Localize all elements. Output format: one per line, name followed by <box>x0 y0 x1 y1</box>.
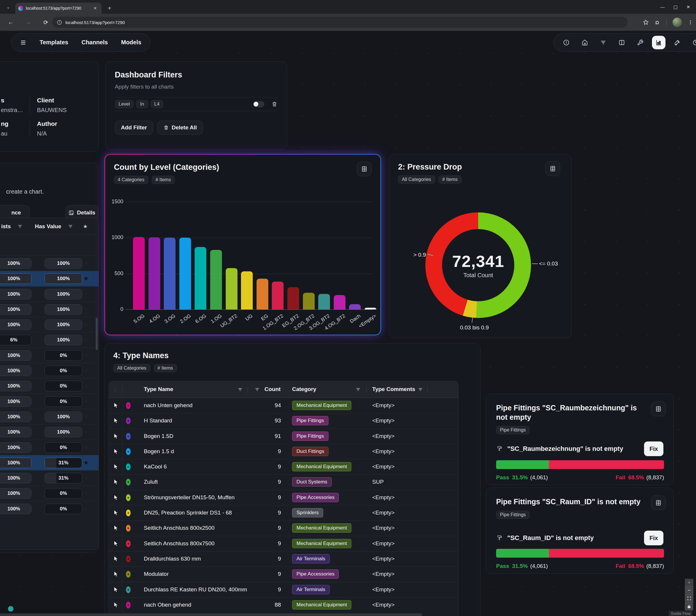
type-row[interactable]: + Seitlich Anschluss 800x7500 9 Mechanic… <box>109 536 458 551</box>
favorite-star-icon[interactable]: ★ <box>83 290 89 297</box>
type-row[interactable]: + Zuluft 9 Duct Systems SUP <box>109 474 458 490</box>
type-row[interactable]: + Modulator 9 Pipe Accessories <Empty> <box>109 566 458 582</box>
favorite-star-icon[interactable]: ★ <box>83 505 89 512</box>
favorite-star-icon[interactable]: ★ <box>83 382 89 389</box>
bar-1.OG_BT2[interactable] <box>272 281 284 309</box>
property-row[interactable]: 100% 100% ★ <box>0 317 99 332</box>
show-table-button[interactable] <box>651 496 666 510</box>
filter-type-name-icon[interactable] <box>237 387 243 392</box>
favorite-star-icon[interactable]: ★ <box>83 413 89 420</box>
property-row[interactable]: 100% 0% ★ <box>0 501 99 516</box>
window-close-button[interactable]: ✕ <box>686 4 690 10</box>
bar-UG[interactable] <box>241 271 253 309</box>
filter-comments-icon[interactable] <box>418 387 423 392</box>
type-row[interactable]: + DN25, Preaction Sprinkler DS1 - 68 9 S… <box>109 505 458 520</box>
show-table-button[interactable] <box>545 161 560 176</box>
property-row[interactable]: 100% 100% ★ <box>0 409 99 424</box>
property-row[interactable]: 100% 100% ★ <box>0 256 99 271</box>
property-row[interactable]: 100% 100% ★ <box>0 271 99 286</box>
dark-mode-button[interactable] <box>689 36 696 49</box>
profile-avatar[interactable] <box>673 18 682 27</box>
property-row[interactable]: 100% 0% ★ <box>0 440 99 455</box>
filter-exists-icon[interactable] <box>17 224 22 229</box>
bar-2.OG_BT2[interactable] <box>303 293 315 309</box>
split-view-button[interactable] <box>615 36 629 49</box>
wrench-button[interactable] <box>633 36 647 49</box>
bar-Dach[interactable] <box>349 304 361 309</box>
filter-chip-operator[interactable]: In <box>136 100 148 108</box>
bar-4.OG[interactable] <box>148 237 160 309</box>
bar-4.OG_BT2[interactable] <box>334 295 346 309</box>
browser-tab[interactable]: localhost:5173/app?port=7290 ✕ <box>15 3 101 14</box>
filter-chip-value[interactable]: L4 <box>151 100 163 108</box>
broom-button[interactable] <box>670 36 684 49</box>
bar-2.OG[interactable] <box>179 238 191 309</box>
type-row[interactable]: + Seitlich Anschluss 800x2500 9 Mechanic… <box>109 520 458 536</box>
bookmark-star-icon[interactable] <box>643 19 649 25</box>
fix-button[interactable]: Fix <box>644 441 663 456</box>
items-chip[interactable]: # Items <box>154 364 177 372</box>
property-row[interactable]: 100% 0% ★ <box>0 378 99 393</box>
delete-filter-trash-icon[interactable] <box>271 101 278 107</box>
tab-close-icon[interactable]: ✕ <box>92 5 99 11</box>
favorite-star-icon[interactable]: ★ <box>83 352 89 359</box>
bar-EG_BT2[interactable] <box>287 287 299 309</box>
filter-button[interactable] <box>597 36 610 49</box>
type-row[interactable]: + nach Oben gehend 88 Mechanical Equipme… <box>109 597 458 613</box>
bar-3.OG_BT2[interactable] <box>318 294 330 309</box>
url-bar[interactable]: localhost:5173/app?port=7290 <box>52 17 628 28</box>
table-scrollbar-thumb[interactable] <box>96 318 98 350</box>
type-row[interactable]: + Bogen 1.5 d 9 Duct Fittings <Empty> <box>109 444 458 459</box>
categories-chip[interactable]: All Categories <box>113 364 150 372</box>
hamburger-menu-icon[interactable] <box>20 39 27 46</box>
tab-search-chevron-icon[interactable]: ⌄ <box>4 3 12 11</box>
items-chip[interactable]: # Items <box>439 175 461 184</box>
menu-item-channels[interactable]: Channels <box>81 39 108 46</box>
filter-has-value-icon[interactable] <box>68 224 73 229</box>
filter-count-icon[interactable] <box>254 387 260 392</box>
extensions-icon[interactable] <box>654 19 661 25</box>
window-minimize-button[interactable]: — <box>660 4 665 10</box>
type-row[interactable]: + KaCool 6 9 Mechanical Equipment <Empty… <box>109 459 458 474</box>
fix-button[interactable]: Fix <box>644 531 663 545</box>
fit-view-button[interactable] <box>685 595 693 602</box>
favorite-star-icon[interactable]: ★ <box>83 275 89 282</box>
property-row[interactable]: 100% 0% ★ <box>0 363 99 378</box>
reload-button[interactable]: ⟳ <box>42 18 50 27</box>
property-row[interactable]: 100% 0% ★ <box>0 347 99 363</box>
favorite-star-icon[interactable]: ★ <box>83 490 89 497</box>
favorite-star-icon[interactable]: ★ <box>83 398 89 405</box>
new-tab-button[interactable]: + <box>105 4 114 13</box>
favorite-star-icon[interactable]: ★ <box>83 306 89 313</box>
bar-chart-card[interactable]: Count by Level (Categories) 4 Categories… <box>105 154 381 335</box>
type-row[interactable]: + Strömungsverteiler DN15-50, Muffen 9 P… <box>109 490 458 505</box>
donut-chart-card[interactable]: 2: Pressure Drop All Categories # Items … <box>389 154 571 338</box>
favorite-star-icon[interactable]: ★ <box>83 428 89 435</box>
bar-UG_BT2[interactable] <box>226 268 237 309</box>
type-names-card[interactable]: 4: Type Names All Categories # Items Typ… <box>104 343 480 616</box>
favorite-star-icon[interactable]: ★ <box>83 321 89 328</box>
bar-1.OG[interactable] <box>210 250 222 309</box>
svelte-flow-attribution[interactable]: Svelte Flow <box>669 611 693 616</box>
category-chip[interactable]: Pipe Fittings <box>496 426 529 434</box>
site-info-icon[interactable] <box>57 20 62 25</box>
property-row[interactable]: 100% 31% ★ <box>0 455 99 470</box>
check-card-raumbezeichnung[interactable]: Pipe Fittings "SC_Raumbezeichnung" is no… <box>486 394 674 485</box>
bar-<Empty>[interactable] <box>365 308 376 309</box>
forward-button[interactable]: → <box>24 18 32 27</box>
delete-all-button[interactable]: Delete All <box>157 120 203 135</box>
type-row[interactable]: + Bogen 1.5D 91 Pipe Fittings <Empty> <box>109 428 458 444</box>
home-button[interactable] <box>578 36 591 49</box>
property-row[interactable]: 100% 100% ★ <box>0 286 99 302</box>
category-chip[interactable]: Pipe Fittings <box>496 511 529 519</box>
show-table-button[interactable] <box>651 402 666 416</box>
info-button[interactable] <box>559 36 573 49</box>
filter-chip-field[interactable]: Level <box>115 100 133 108</box>
menu-item-models[interactable]: Models <box>121 39 141 46</box>
zoom-in-button[interactable]: + <box>685 579 693 587</box>
canvas-node-dot[interactable] <box>8 606 14 612</box>
chart-view-button[interactable] <box>652 36 665 49</box>
horizontal-scrollbar[interactable] <box>0 613 422 616</box>
check-card-raum-id[interactable]: Pipe Fittings "SC_Raum_ID" is not empty … <box>486 487 674 574</box>
property-row[interactable]: 100% 100% ★ <box>0 424 99 439</box>
